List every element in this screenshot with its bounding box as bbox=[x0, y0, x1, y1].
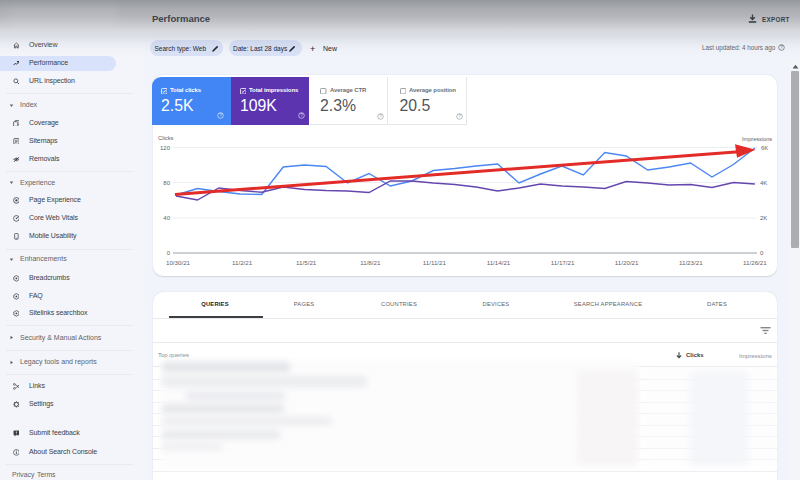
svg-text:?: ? bbox=[379, 114, 382, 119]
svg-text:?: ? bbox=[780, 45, 783, 50]
svg-text:?: ? bbox=[458, 114, 461, 119]
svg-text:?: ? bbox=[219, 113, 222, 118]
svg-text:?: ? bbox=[300, 113, 303, 118]
